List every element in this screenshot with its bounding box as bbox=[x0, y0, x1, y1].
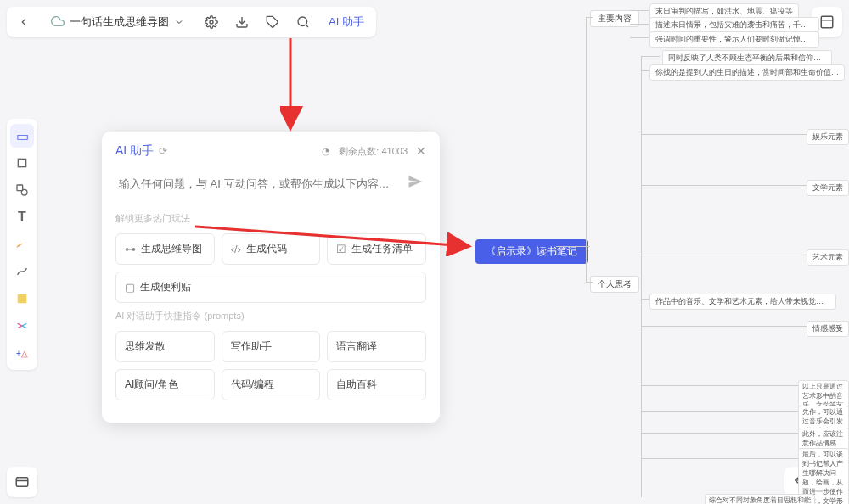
ai-assistant-button[interactable]: AI 助手 bbox=[322, 11, 371, 33]
wiki-chip[interactable]: 自助百科 bbox=[327, 369, 426, 400]
mindmap-canvas[interactable]: 《启示录》读书笔记 主要内容 个人思考 末日审判的描写，如洪水、地震、瘟疫等 描… bbox=[475, 0, 849, 504]
ai-panel-title: AI 助手 bbox=[115, 143, 154, 159]
sticky-icon: ▢ bbox=[125, 281, 135, 294]
svg-line-4 bbox=[306, 25, 308, 27]
coding-chip[interactable]: 代码/编程 bbox=[222, 369, 321, 400]
svg-rect-10 bbox=[18, 294, 27, 304]
svg-rect-11 bbox=[16, 478, 28, 487]
mindmap-leaf[interactable]: 情感感受 bbox=[807, 321, 849, 337]
back-button[interactable] bbox=[12, 10, 36, 34]
svg-rect-7 bbox=[18, 159, 25, 166]
document-title: 一句话生成思维导图 bbox=[70, 14, 169, 30]
annotation-arrow-2 bbox=[195, 222, 475, 256]
document-title-chip[interactable]: 一句话生成思维导图 bbox=[42, 11, 193, 34]
translate-chip[interactable]: 语言翻译 bbox=[327, 331, 426, 362]
mindmap-leaf[interactable]: 强调时间的重要性，警示人们要时刻做记悼的活动 bbox=[649, 31, 819, 48]
mindmap-tool[interactable] bbox=[10, 314, 34, 338]
mindmap-leaf[interactable]: 艺术元素 bbox=[807, 249, 849, 266]
chevron-down-icon bbox=[174, 17, 184, 27]
top-toolbar: 一句话生成思维导图 AI 助手 bbox=[7, 7, 376, 37]
ai-prompt-input[interactable] bbox=[119, 177, 401, 190]
search-button[interactable] bbox=[291, 10, 315, 34]
refresh-icon[interactable]: ⟳ bbox=[159, 145, 167, 157]
cloud-icon bbox=[51, 14, 65, 31]
section-label-2: AI 对话助手快捷指令 (prompts) bbox=[115, 310, 426, 322]
ai-assistant-panel: AI 助手 ⟳ ◔ 剩余点数: 41003 ✕ 解锁更多热门玩法 ⊶生成思维导图… bbox=[102, 132, 440, 423]
svg-rect-8 bbox=[17, 185, 23, 191]
layers-button[interactable] bbox=[7, 467, 37, 497]
clock-icon: ◔ bbox=[322, 146, 330, 157]
mindmap-center-node[interactable]: 《启示录》读书笔记 bbox=[475, 239, 588, 264]
mindmap-leaf[interactable]: 文学元素 bbox=[807, 180, 849, 196]
annotation-arrow-1 bbox=[280, 38, 306, 132]
send-button[interactable] bbox=[408, 174, 423, 193]
writing-chip[interactable]: 写作助手 bbox=[222, 331, 321, 362]
settings-button[interactable] bbox=[200, 10, 223, 34]
svg-point-9 bbox=[21, 189, 27, 195]
tag-button[interactable] bbox=[261, 10, 284, 34]
svg-point-3 bbox=[298, 17, 307, 26]
more-tool[interactable]: +△ bbox=[10, 341, 34, 365]
points-remaining: 剩余点数: 41003 bbox=[339, 145, 408, 158]
side-toolbar: ▭ T +△ bbox=[7, 119, 37, 370]
close-button[interactable]: ✕ bbox=[416, 144, 426, 158]
export-button[interactable] bbox=[230, 10, 254, 34]
pen-tool[interactable] bbox=[10, 232, 34, 256]
mindmap-leaf[interactable]: 作品中的音乐、文学和艺术元素，给人带来视觉的情感感受 bbox=[649, 294, 836, 310]
sticky-tool[interactable] bbox=[10, 287, 34, 311]
connector-tool[interactable] bbox=[10, 260, 34, 283]
shape-tool[interactable] bbox=[10, 178, 34, 202]
mindmap-leaf[interactable]: 综合对不同对象角度着目思想和能 bbox=[705, 494, 815, 504]
branch-personal-thought[interactable]: 个人思考 bbox=[590, 276, 639, 293]
text-tool[interactable]: T bbox=[10, 205, 34, 229]
select-tool[interactable]: ▭ bbox=[10, 124, 34, 148]
consult-chip[interactable]: AI顾问/角色 bbox=[115, 369, 215, 400]
mindmap-leaf[interactable]: 你找的是提到人的生日的描述，赏时间部和生命价值做到的观看却刚说者展 bbox=[649, 64, 845, 81]
generate-sticky-chip[interactable]: ▢生成便利贴 bbox=[115, 272, 426, 303]
svg-point-0 bbox=[210, 20, 213, 24]
diverge-chip[interactable]: 思维发散 bbox=[115, 331, 215, 362]
branch-main-content[interactable]: 主要内容 bbox=[590, 10, 639, 27]
mindmap-icon: ⊶ bbox=[125, 243, 136, 255]
frame-tool[interactable] bbox=[10, 151, 34, 175]
mindmap-leaf[interactable]: 娱乐元素 bbox=[807, 129, 849, 145]
svg-line-14 bbox=[195, 227, 467, 246]
